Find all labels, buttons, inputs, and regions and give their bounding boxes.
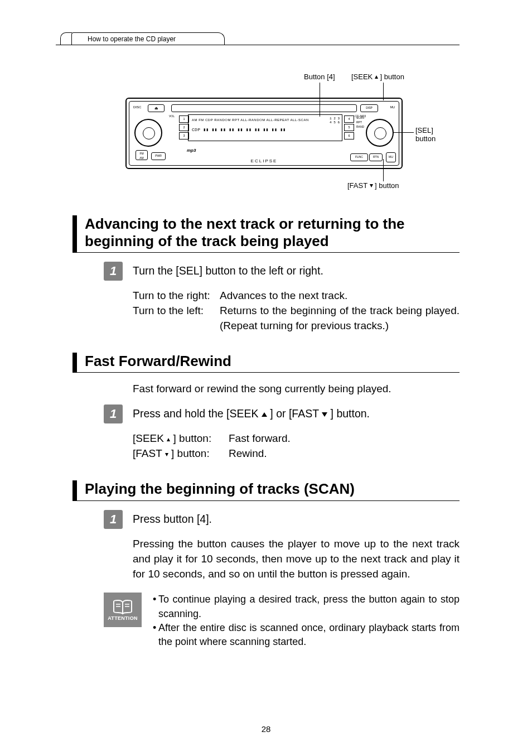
attention-list: • To continue playing a desired track, p… <box>153 593 460 649</box>
txt: ] or [FAST <box>267 407 322 420</box>
step-title: Press button [4]. <box>133 510 212 526</box>
row-label: [FAST ] button: <box>133 446 229 461</box>
heading-scan: Playing the beginning of tracks (SCAN) <box>72 480 460 500</box>
mu-button: MU <box>386 152 396 162</box>
func-button: FUNC <box>350 153 368 161</box>
disc-slot <box>171 104 357 112</box>
intro-ff: Fast forward or rewind the song currentl… <box>133 382 460 397</box>
heading-ff: Fast Forward/Rewind <box>72 353 460 373</box>
sel-knob <box>366 119 394 147</box>
attention-text: To continue playing a desired track, pre… <box>158 593 460 620</box>
txt: Press and hold the [SEEK <box>133 407 262 420</box>
callout-fast: [FAST ] button <box>347 181 399 190</box>
lcd-icons-row: AM FM CDP RANDOM RPT ALL-RANDOM ALL-REPE… <box>192 118 338 122</box>
vol-label: VOL <box>169 114 175 118</box>
attention-label: ATTENTION <box>108 615 138 621</box>
attention-text: After the entire disc is scanned once, o… <box>158 621 460 649</box>
callout-fast-suf: ] button <box>373 181 399 190</box>
preset-6: 6 <box>344 132 354 139</box>
knob-inner <box>143 127 155 139</box>
heading-advance: Advancing to the next track or returning… <box>72 215 460 253</box>
disp-button: DISP <box>360 104 378 112</box>
scan-body: Pressing the button causes the player to… <box>133 537 460 582</box>
section-advance: Advancing to the next track or returning… <box>72 215 460 334</box>
callout-button4: Button [4] <box>304 73 335 81</box>
model-label: CD 3403 <box>355 114 366 118</box>
wedge-down-icon <box>322 412 327 417</box>
row-value: Advances to the next track. <box>220 288 460 304</box>
callout-fast-pre: [FAST <box>347 181 370 190</box>
row: Turn to the left: Returns to the beginni… <box>133 304 460 334</box>
page-number: 28 <box>0 724 532 734</box>
row-value: Rewind. <box>229 446 460 461</box>
row-label: [SEEK ] button: <box>133 431 229 446</box>
step-title: Turn the [SEL] button to the left or rig… <box>133 262 323 277</box>
row: Turn to the right: Advances to the next … <box>133 288 460 304</box>
wedge-up-icon <box>262 412 267 417</box>
preset-4: 4 <box>344 115 354 123</box>
callout-sel: [SEL] button <box>415 127 436 143</box>
lcd-presets: 1 2 3 4 5 6 <box>330 117 340 124</box>
step-title: Press and hold the [SEEK ] or [FAST ] bu… <box>133 405 370 420</box>
tab-curl <box>60 32 72 45</box>
preset-col-right: 4 5 6 <box>344 115 354 141</box>
rtn-button: RTN <box>369 153 383 161</box>
step-number: 1 <box>104 405 123 423</box>
txt: ] button. <box>327 407 370 420</box>
row: [FAST ] button: Rewind. <box>133 446 460 461</box>
stereo-diagram: DISC DISP MU VOL 1 2 3 AM FM CDP RANDOM … <box>125 98 403 169</box>
callout-seek: [SEEK ] button <box>351 73 404 81</box>
bullet-icon: • <box>153 621 158 649</box>
mp3-label: mp3 <box>187 148 196 153</box>
volume-knob <box>134 119 162 147</box>
section-ff: Fast Forward/Rewind Fast forward or rewi… <box>72 353 460 461</box>
step-body: Turn to the right: Advances to the next … <box>133 288 460 334</box>
page: How to operate the CD player Button [4] … <box>0 0 532 756</box>
eject-icon <box>148 104 165 112</box>
content-area: Advancing to the next track or returning… <box>72 215 460 668</box>
knob-inner <box>374 127 386 139</box>
step-block: 1 Press and hold the [SEEK ] or [FAST ] … <box>104 405 460 423</box>
callout-seek-pre: [SEEK <box>351 73 375 81</box>
attention-badge: ATTENTION <box>104 593 142 627</box>
bullet-icon: • <box>153 593 158 620</box>
top-rule <box>56 45 460 45</box>
step-number: 1 <box>104 262 123 281</box>
attention-block: ATTENTION • To continue playing a desire… <box>104 593 460 649</box>
section-scan: Playing the beginning of tracks (SCAN) 1… <box>72 480 460 649</box>
step-block: 1 Press button [4]. <box>104 510 460 529</box>
breadcrumb: How to operate the CD player <box>71 32 225 45</box>
lcd-screen: AM FM CDP RANDOM RPT ALL-RANDOM ALL-REPE… <box>188 114 342 141</box>
attention-item: • To continue playing a desired track, p… <box>153 593 460 620</box>
step-body: [SEEK ] button: Fast forward. [FAST ] bu… <box>133 431 460 461</box>
row-value: Returns to the beginning of the track be… <box>220 304 460 334</box>
step-block: 1 Turn the [SEL] button to the left or r… <box>104 262 460 281</box>
preset-5: 5 <box>344 124 354 131</box>
step-number: 1 <box>104 510 123 529</box>
disc-label: DISC <box>133 105 141 109</box>
mu-label: MU <box>390 105 395 109</box>
callout-seek-suf: ] button <box>378 73 404 81</box>
book-icon <box>113 599 133 615</box>
row-value: Fast forward. <box>229 431 460 446</box>
row: [SEEK ] button: Fast forward. <box>133 431 460 446</box>
row-label: Turn to the left: <box>133 304 220 334</box>
lcd-digits-row: CDP ▮▮ ▮▮ ▮▮ ▮▮ ▮▮ ▮▮ ▮▮ ▮▮ ▮▮ ▮▮ <box>192 127 338 132</box>
attention-item: • After the entire disc is scanned once,… <box>153 621 460 649</box>
row-label: Turn to the right: <box>133 288 220 304</box>
